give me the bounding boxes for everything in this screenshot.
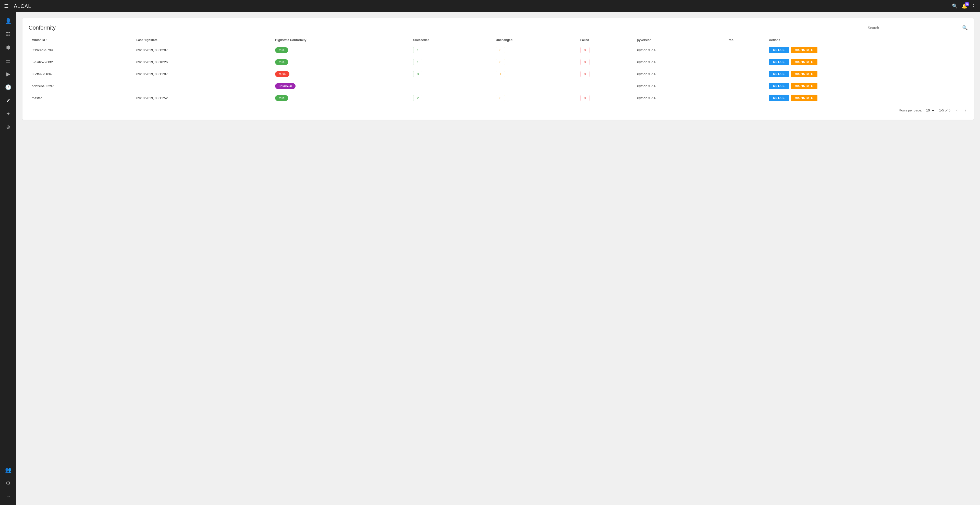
expand-icon: →	[6, 494, 11, 499]
succeeded-count: 0	[413, 71, 422, 77]
sidebar-item-graph[interactable]: ⬢	[2, 41, 14, 54]
succeeded-count: 1	[413, 47, 422, 53]
sidebar-item-play[interactable]: ▶	[2, 68, 14, 80]
layout: 👤 ☷ ⬢ ☰ ▶ 🕐 ✔ ✦ ⊕ 👥 ⚙	[0, 12, 980, 505]
cell-minion-id: 525ab5726bf2	[29, 56, 133, 68]
highstate-button[interactable]: HIGHSTATE	[791, 83, 818, 89]
play-icon: ▶	[6, 71, 10, 77]
col-minion-id: Minion id ↑	[29, 36, 133, 44]
search-icon[interactable]: 🔍	[952, 3, 958, 9]
sidebar-item-settings[interactable]: ⚙	[2, 477, 14, 489]
sidebar-item-expand[interactable]: →	[2, 490, 14, 502]
settings-icon: ⚙	[6, 480, 11, 486]
sidebar-item-addlist[interactable]: ⊕	[2, 121, 14, 133]
sidebar-item-people[interactable]: 👥	[2, 464, 14, 476]
cell-unchanged	[493, 80, 577, 92]
cell-minion-id: 3f19c4b95799	[29, 44, 133, 56]
col-pyversion: pyversion	[634, 36, 725, 44]
detail-button[interactable]: DETAIL	[769, 95, 789, 101]
cell-last-highstate: 09/10/2019, 08:12:07	[133, 44, 272, 56]
cell-pyversion: Python 3.7.4	[634, 56, 725, 68]
menu-icon[interactable]: ☰	[4, 3, 9, 9]
detail-button[interactable]: DETAIL	[769, 47, 789, 53]
highstate-button[interactable]: HIGHSTATE	[791, 59, 818, 65]
cell-highstate-conformity: true	[272, 56, 410, 68]
detail-button[interactable]: DETAIL	[769, 59, 789, 65]
succeeded-count: 2	[413, 95, 422, 101]
cell-highstate-conformity: false	[272, 68, 410, 80]
search-icon: 🔍	[962, 25, 968, 30]
cell-failed: 0	[577, 44, 634, 56]
table-row: 525ab5726bf209/10/2019, 08:10:26true100P…	[29, 56, 968, 68]
next-page-button[interactable]: ›	[963, 107, 968, 113]
table-body: 3f19c4b9579909/10/2019, 08:12:07true100P…	[29, 44, 968, 104]
col-succeeded: Succeeded	[410, 36, 493, 44]
col-actions: Actions	[766, 36, 968, 44]
addlist-icon: ⊕	[6, 124, 11, 130]
highstate-button[interactable]: HIGHSTATE	[791, 71, 818, 77]
cell-failed: 0	[577, 92, 634, 104]
highstate-button[interactable]: HIGHSTATE	[791, 47, 818, 53]
table-row: master09/10/2019, 08:11:52true200Python …	[29, 92, 968, 104]
sidebar-item-dashboard[interactable]: ☷	[2, 28, 14, 40]
cell-unchanged: 0	[493, 44, 577, 56]
card-header: Conformity 🔍	[29, 24, 968, 31]
people-icon: 👥	[5, 467, 11, 473]
cell-pyversion: Python 3.7.4	[634, 68, 725, 80]
detail-button[interactable]: DETAIL	[769, 71, 789, 77]
cell-actions: DETAILHIGHSTATE	[766, 80, 968, 92]
table-row: 3f19c4b9579909/10/2019, 08:12:07true100P…	[29, 44, 968, 56]
cell-succeeded: 1	[410, 56, 493, 68]
cell-highstate-conformity: unknown	[272, 80, 410, 92]
col-last-highstate: Last Highstate	[133, 36, 272, 44]
cell-minion-id: 86cff9975b34	[29, 68, 133, 80]
cell-foo	[725, 68, 766, 80]
unchanged-count: 0	[496, 59, 505, 65]
rows-per-page-label: Rows per page:	[899, 108, 922, 112]
cell-minion-id: bdb2e6e03297	[29, 80, 133, 92]
cell-failed	[577, 80, 634, 92]
cell-failed: 0	[577, 68, 634, 80]
page-info: 1-5 of 5	[939, 108, 950, 112]
col-highstate-conformity: Highstate Conformity	[272, 36, 410, 44]
more-options-icon[interactable]: ⋮	[971, 3, 976, 9]
table-footer: Rows per page: 5 10 25 50 1-5 of 5 ‹ ›	[29, 104, 968, 113]
unchanged-count: 1	[496, 71, 505, 77]
search-input[interactable]	[865, 25, 962, 31]
highstate-button[interactable]: HIGHSTATE	[791, 95, 818, 101]
sidebar-item-user[interactable]: 👤	[2, 15, 14, 27]
cell-succeeded: 0	[410, 68, 493, 80]
conformity-table: Minion id ↑ Last Highstate Highstate Con…	[29, 36, 968, 104]
cell-actions: DETAILHIGHSTATE	[766, 68, 968, 80]
cell-last-highstate	[133, 80, 272, 92]
sidebar-item-clock[interactable]: 🕐	[2, 81, 14, 93]
cell-highstate-conformity: true	[272, 44, 410, 56]
cell-succeeded: 1	[410, 44, 493, 56]
sidebar-item-branch[interactable]: ✦	[2, 108, 14, 120]
rows-per-page-select[interactable]: 5 10 25 50	[924, 108, 935, 113]
table-row: bdb2e6e03297unknownPython 3.7.4DETAILHIG…	[29, 80, 968, 92]
cell-foo	[725, 56, 766, 68]
cell-unchanged: 0	[493, 92, 577, 104]
prev-page-button[interactable]: ‹	[955, 107, 959, 113]
col-failed: Failed	[577, 36, 634, 44]
dashboard-icon: ☷	[6, 31, 11, 37]
detail-button[interactable]: DETAIL	[769, 83, 789, 89]
table-header: Minion id ↑ Last Highstate Highstate Con…	[29, 36, 968, 44]
list-icon: ☰	[6, 58, 11, 64]
graph-icon: ⬢	[6, 44, 11, 51]
sidebar-item-list[interactable]: ☰	[2, 55, 14, 67]
conformity-card: Conformity 🔍 Minion id ↑ Last Highstate …	[22, 18, 974, 120]
notifications-icon[interactable]: 🔔 14	[962, 3, 967, 9]
failed-count: 0	[580, 47, 590, 53]
cell-last-highstate: 09/10/2019, 08:10:26	[133, 56, 272, 68]
cell-succeeded	[410, 80, 493, 92]
topbar-right: 🔍 🔔 14 ⋮	[952, 3, 976, 9]
cell-foo	[725, 44, 766, 56]
cell-pyversion: Python 3.7.4	[634, 80, 725, 92]
failed-count: 0	[580, 71, 590, 77]
failed-count: 0	[580, 59, 590, 65]
sidebar-item-conformity[interactable]: ✔	[2, 94, 14, 106]
cell-last-highstate: 09/10/2019, 08:11:52	[133, 92, 272, 104]
conformity-badge: true	[275, 95, 288, 101]
